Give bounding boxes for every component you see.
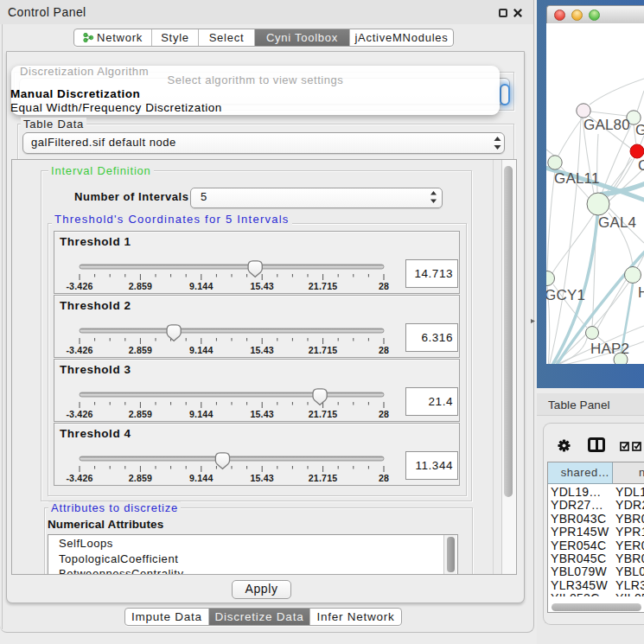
svg-text:GAL4: GAL4 bbox=[598, 214, 636, 231]
svg-text:15.43: 15.43 bbox=[250, 473, 274, 483]
svg-text:2.859: 2.859 bbox=[129, 409, 153, 419]
svg-text:9.144: 9.144 bbox=[189, 409, 214, 419]
svg-text:-3.426: -3.426 bbox=[66, 281, 92, 291]
svg-text:21.715: 21.715 bbox=[309, 345, 338, 355]
svg-text:21.715: 21.715 bbox=[309, 473, 338, 483]
svg-text:28: 28 bbox=[379, 409, 389, 419]
svg-text:2.859: 2.859 bbox=[129, 473, 153, 483]
svg-text:2.859: 2.859 bbox=[129, 281, 153, 291]
svg-text:GAL11: GAL11 bbox=[554, 170, 600, 187]
svg-text:9.144: 9.144 bbox=[189, 281, 214, 291]
svg-text:2.859: 2.859 bbox=[129, 345, 153, 355]
svg-text:21.715: 21.715 bbox=[309, 281, 338, 291]
svg-text:G…: G… bbox=[635, 122, 644, 138]
svg-text:-3.426: -3.426 bbox=[66, 409, 92, 419]
svg-text:9.144: 9.144 bbox=[189, 345, 214, 355]
svg-text:28: 28 bbox=[379, 281, 389, 291]
svg-text:GAL80: GAL80 bbox=[583, 117, 630, 133]
svg-text:21.715: 21.715 bbox=[309, 409, 338, 419]
svg-text:15.43: 15.43 bbox=[250, 409, 274, 419]
svg-text:28: 28 bbox=[379, 473, 389, 483]
svg-text:HAP2: HAP2 bbox=[590, 341, 629, 357]
svg-text:-3.426: -3.426 bbox=[66, 345, 92, 355]
svg-text:C: C bbox=[638, 157, 644, 174]
svg-text:28: 28 bbox=[379, 345, 389, 355]
svg-text:-3.426: -3.426 bbox=[66, 473, 92, 483]
svg-text:15.43: 15.43 bbox=[250, 345, 274, 355]
svg-text:15.43: 15.43 bbox=[250, 281, 274, 291]
svg-text:GCY1: GCY1 bbox=[546, 287, 585, 303]
svg-text:H: H bbox=[638, 284, 644, 301]
svg-text:9.144: 9.144 bbox=[189, 473, 214, 483]
